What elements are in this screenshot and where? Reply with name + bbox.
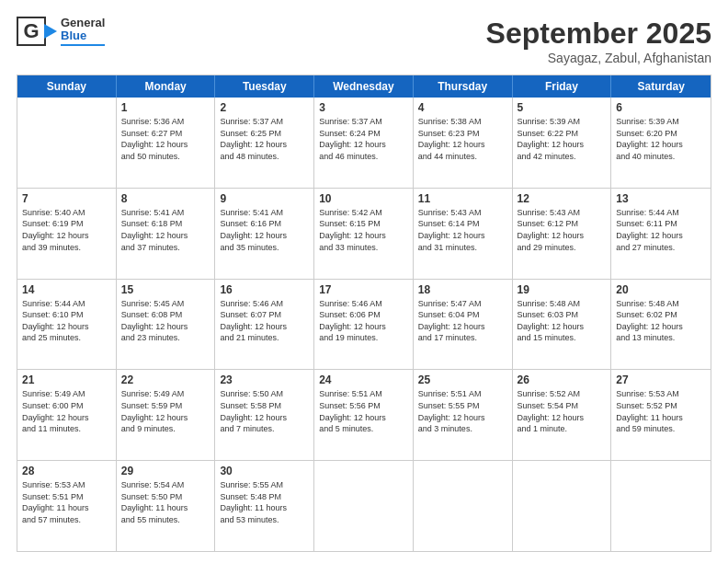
day-info: Sunrise: 5:38 AM Sunset: 6:23 PM Dayligh… bbox=[418, 116, 507, 162]
cal-cell: 19Sunrise: 5:48 AM Sunset: 6:03 PM Dayli… bbox=[513, 280, 612, 370]
day-number: 1 bbox=[121, 101, 210, 114]
day-info: Sunrise: 5:37 AM Sunset: 6:25 PM Dayligh… bbox=[220, 116, 309, 162]
page: G General Blue September 2025 Sayagaz, Z… bbox=[0, 0, 728, 563]
cal-cell: 21Sunrise: 5:49 AM Sunset: 6:00 PM Dayli… bbox=[17, 370, 117, 460]
logo-blue: Blue bbox=[61, 29, 105, 42]
day-info: Sunrise: 5:41 AM Sunset: 6:18 PM Dayligh… bbox=[121, 207, 210, 253]
cal-cell: 29Sunrise: 5:54 AM Sunset: 5:50 PM Dayli… bbox=[117, 461, 216, 551]
cal-header-tuesday: Tuesday bbox=[215, 75, 314, 98]
cal-cell: 27Sunrise: 5:53 AM Sunset: 5:52 PM Dayli… bbox=[611, 370, 711, 460]
logo: G General Blue bbox=[17, 17, 105, 46]
day-number: 21 bbox=[22, 373, 111, 386]
day-info: Sunrise: 5:52 AM Sunset: 5:54 PM Dayligh… bbox=[518, 388, 607, 434]
cal-cell: 11Sunrise: 5:43 AM Sunset: 6:14 PM Dayli… bbox=[414, 189, 513, 279]
cal-cell: 2Sunrise: 5:37 AM Sunset: 6:25 PM Daylig… bbox=[215, 98, 314, 188]
day-number: 7 bbox=[22, 192, 111, 205]
day-info: Sunrise: 5:43 AM Sunset: 6:12 PM Dayligh… bbox=[518, 207, 607, 253]
day-info: Sunrise: 5:53 AM Sunset: 5:51 PM Dayligh… bbox=[22, 479, 111, 525]
day-number: 18 bbox=[418, 283, 507, 296]
day-number: 22 bbox=[121, 373, 210, 386]
cal-cell: 5Sunrise: 5:39 AM Sunset: 6:22 PM Daylig… bbox=[513, 98, 612, 188]
day-number: 16 bbox=[220, 283, 309, 296]
logo-underline bbox=[61, 44, 105, 47]
logo-arrow-icon bbox=[44, 24, 57, 39]
day-info: Sunrise: 5:54 AM Sunset: 5:50 PM Dayligh… bbox=[121, 479, 210, 525]
cal-cell: 1Sunrise: 5:36 AM Sunset: 6:27 PM Daylig… bbox=[117, 98, 216, 188]
day-number: 23 bbox=[220, 373, 309, 386]
cal-cell: 4Sunrise: 5:38 AM Sunset: 6:23 PM Daylig… bbox=[414, 98, 513, 188]
logo-general: General bbox=[61, 17, 105, 29]
cal-cell: 3Sunrise: 5:37 AM Sunset: 6:24 PM Daylig… bbox=[314, 98, 414, 188]
cal-cell: 16Sunrise: 5:46 AM Sunset: 6:07 PM Dayli… bbox=[215, 280, 314, 370]
header: G General Blue September 2025 Sayagaz, Z… bbox=[17, 17, 711, 65]
title-block: September 2025 Sayagaz, Zabul, Afghanist… bbox=[486, 17, 711, 65]
day-number: 4 bbox=[418, 101, 507, 114]
day-info: Sunrise: 5:44 AM Sunset: 6:11 PM Dayligh… bbox=[616, 207, 706, 253]
day-info: Sunrise: 5:55 AM Sunset: 5:48 PM Dayligh… bbox=[220, 479, 309, 525]
cal-header-thursday: Thursday bbox=[414, 75, 513, 98]
cal-cell bbox=[611, 461, 711, 551]
cal-week-1: 1Sunrise: 5:36 AM Sunset: 6:27 PM Daylig… bbox=[17, 98, 711, 189]
day-number: 28 bbox=[22, 465, 111, 477]
cal-cell: 28Sunrise: 5:53 AM Sunset: 5:51 PM Dayli… bbox=[17, 461, 117, 551]
cal-cell: 13Sunrise: 5:44 AM Sunset: 6:11 PM Dayli… bbox=[611, 189, 711, 279]
day-info: Sunrise: 5:37 AM Sunset: 6:24 PM Dayligh… bbox=[319, 116, 408, 162]
day-info: Sunrise: 5:51 AM Sunset: 5:55 PM Dayligh… bbox=[418, 388, 507, 434]
day-number: 25 bbox=[418, 373, 507, 386]
day-info: Sunrise: 5:53 AM Sunset: 5:52 PM Dayligh… bbox=[616, 388, 706, 434]
day-number: 29 bbox=[121, 465, 210, 477]
day-info: Sunrise: 5:44 AM Sunset: 6:10 PM Dayligh… bbox=[22, 298, 111, 344]
logo-g-box: G bbox=[17, 17, 46, 46]
cal-header-saturday: Saturday bbox=[611, 75, 711, 98]
day-number: 20 bbox=[616, 283, 706, 296]
day-number: 14 bbox=[22, 283, 111, 296]
day-info: Sunrise: 5:43 AM Sunset: 6:14 PM Dayligh… bbox=[418, 207, 507, 253]
day-number: 24 bbox=[319, 373, 408, 386]
day-number: 19 bbox=[518, 283, 607, 296]
cal-cell: 8Sunrise: 5:41 AM Sunset: 6:18 PM Daylig… bbox=[117, 189, 216, 279]
logo-text: General Blue bbox=[61, 17, 105, 46]
day-info: Sunrise: 5:36 AM Sunset: 6:27 PM Dayligh… bbox=[121, 116, 210, 162]
day-info: Sunrise: 5:49 AM Sunset: 6:00 PM Dayligh… bbox=[22, 388, 111, 434]
day-info: Sunrise: 5:46 AM Sunset: 6:06 PM Dayligh… bbox=[319, 298, 408, 344]
day-number: 9 bbox=[220, 192, 309, 205]
cal-cell bbox=[314, 461, 414, 551]
cal-cell: 14Sunrise: 5:44 AM Sunset: 6:10 PM Dayli… bbox=[17, 280, 117, 370]
day-info: Sunrise: 5:46 AM Sunset: 6:07 PM Dayligh… bbox=[220, 298, 309, 344]
day-number: 27 bbox=[616, 373, 706, 386]
cal-cell bbox=[513, 461, 612, 551]
day-info: Sunrise: 5:39 AM Sunset: 6:20 PM Dayligh… bbox=[616, 116, 706, 162]
cal-cell: 30Sunrise: 5:55 AM Sunset: 5:48 PM Dayli… bbox=[215, 461, 314, 551]
cal-week-4: 21Sunrise: 5:49 AM Sunset: 6:00 PM Dayli… bbox=[17, 370, 711, 461]
day-number: 17 bbox=[319, 283, 408, 296]
day-info: Sunrise: 5:42 AM Sunset: 6:15 PM Dayligh… bbox=[319, 207, 408, 253]
day-info: Sunrise: 5:39 AM Sunset: 6:22 PM Dayligh… bbox=[518, 116, 607, 162]
cal-cell: 18Sunrise: 5:47 AM Sunset: 6:04 PM Dayli… bbox=[414, 280, 513, 370]
main-title: September 2025 bbox=[486, 17, 711, 51]
cal-cell: 15Sunrise: 5:45 AM Sunset: 6:08 PM Dayli… bbox=[117, 280, 216, 370]
cal-cell: 26Sunrise: 5:52 AM Sunset: 5:54 PM Dayli… bbox=[513, 370, 612, 460]
cal-cell bbox=[17, 98, 117, 188]
cal-week-2: 7Sunrise: 5:40 AM Sunset: 6:19 PM Daylig… bbox=[17, 189, 711, 280]
day-number: 10 bbox=[319, 192, 408, 205]
cal-cell: 24Sunrise: 5:51 AM Sunset: 5:56 PM Dayli… bbox=[314, 370, 414, 460]
day-info: Sunrise: 5:49 AM Sunset: 5:59 PM Dayligh… bbox=[121, 388, 210, 434]
subtitle: Sayagaz, Zabul, Afghanistan bbox=[486, 51, 711, 65]
cal-header-sunday: Sunday bbox=[17, 75, 117, 98]
day-info: Sunrise: 5:48 AM Sunset: 6:02 PM Dayligh… bbox=[616, 298, 706, 344]
day-info: Sunrise: 5:48 AM Sunset: 6:03 PM Dayligh… bbox=[518, 298, 607, 344]
cal-cell: 6Sunrise: 5:39 AM Sunset: 6:20 PM Daylig… bbox=[611, 98, 711, 188]
cal-header-wednesday: Wednesday bbox=[314, 75, 414, 98]
cal-cell: 12Sunrise: 5:43 AM Sunset: 6:12 PM Dayli… bbox=[513, 189, 612, 279]
day-number: 3 bbox=[319, 101, 408, 114]
logo-letter: G bbox=[23, 19, 39, 43]
day-number: 6 bbox=[616, 101, 706, 114]
day-number: 13 bbox=[616, 192, 706, 205]
cal-cell: 25Sunrise: 5:51 AM Sunset: 5:55 PM Dayli… bbox=[414, 370, 513, 460]
day-info: Sunrise: 5:41 AM Sunset: 6:16 PM Dayligh… bbox=[220, 207, 309, 253]
cal-cell: 9Sunrise: 5:41 AM Sunset: 6:16 PM Daylig… bbox=[215, 189, 314, 279]
day-number: 30 bbox=[220, 465, 309, 477]
cal-week-5: 28Sunrise: 5:53 AM Sunset: 5:51 PM Dayli… bbox=[17, 461, 711, 551]
cal-cell: 17Sunrise: 5:46 AM Sunset: 6:06 PM Dayli… bbox=[314, 280, 414, 370]
calendar-body: 1Sunrise: 5:36 AM Sunset: 6:27 PM Daylig… bbox=[17, 98, 711, 551]
